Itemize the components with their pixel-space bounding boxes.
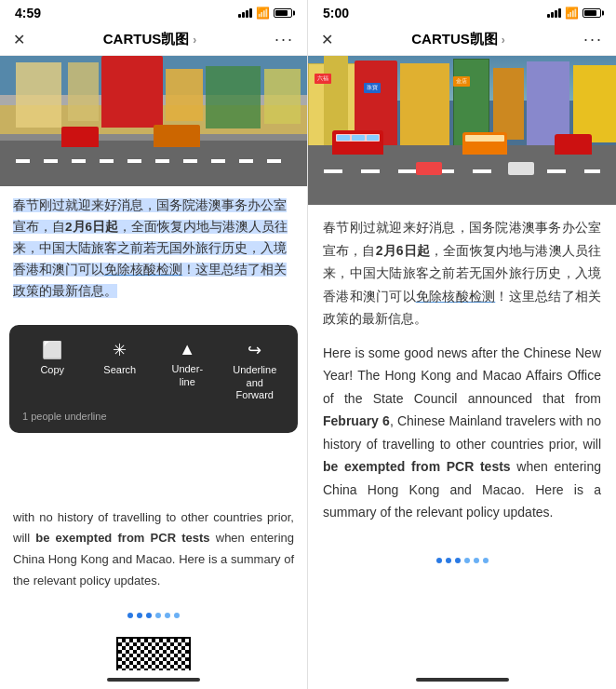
right-dot-4	[464, 558, 470, 563]
signal-bar-2	[242, 12, 245, 18]
right-en-paragraph: Here is some good news after the Chinese…	[323, 342, 601, 524]
signal-icon	[238, 8, 252, 18]
battery-fill	[275, 10, 288, 16]
menu-underline-forward-label: Underline and Forward	[228, 364, 281, 401]
right-signal-bar-4	[558, 8, 561, 18]
left-phone-panel: 4:59 📶 ✕ CARTUS凯图 › ···	[0, 0, 308, 689]
signal-bar-4	[249, 8, 252, 18]
signal-bar-3	[246, 10, 248, 18]
qr-code	[116, 637, 191, 670]
left-title-chevron: ›	[193, 34, 196, 47]
wifi-icon: 📶	[256, 7, 270, 20]
dot-1	[127, 613, 133, 618]
right-signal-icon	[547, 8, 561, 18]
dot-3	[146, 613, 152, 618]
left-home-bar	[107, 678, 200, 682]
menu-search-button[interactable]: ✳ Search	[89, 336, 150, 405]
right-battery-fill	[584, 10, 596, 16]
dot-5	[165, 613, 170, 618]
right-time: 5:00	[323, 6, 349, 20]
right-progress-dots	[308, 547, 616, 574]
left-time: 4:59	[15, 6, 41, 20]
underline-icon: ▲	[179, 340, 195, 359]
right-dot-3	[455, 558, 461, 563]
left-en-bold2: be exempted from PCR tests	[35, 531, 209, 545]
left-article-image	[0, 56, 307, 186]
left-home-indicator	[0, 670, 307, 689]
context-menu-row: ⬜ Copy ✳ Search ▲ Under-line ↪ Underline…	[9, 332, 298, 409]
left-close-button[interactable]: ✕	[13, 31, 25, 48]
left-more-button[interactable]: ···	[275, 30, 294, 49]
selected-text-cn: 春节刚过就迎来好消息，国务院港澳事务办公室宣布，自2月6日起，全面恢复内地与港澳…	[13, 198, 288, 298]
right-dot-5	[474, 558, 479, 563]
forward-icon: ↪	[248, 340, 261, 360]
right-signal-bar-1	[547, 14, 550, 18]
right-cn-paragraph: 春节刚过就迎来好消息，国务院港澳事务办公室宣布，自2月6日起，全面恢复内地与港澳…	[323, 216, 601, 331]
right-dot-2	[446, 558, 451, 563]
left-lower-content: with no history of travelling to other c…	[0, 498, 307, 601]
cn-date-bold: 2月6日起	[65, 220, 118, 234]
right-title-chevron: ›	[502, 34, 505, 47]
right-status-icons: 📶	[547, 7, 601, 20]
copy-icon: ⬜	[42, 340, 62, 360]
right-nav-bar: ✕ CARTUS凯图 › ···	[308, 24, 616, 56]
right-home-bar	[416, 678, 509, 682]
right-article-body: 春节刚过就迎来好消息，国务院港澳事务办公室宣布，自2月6日起，全面恢复内地与港澳…	[308, 205, 616, 547]
cn-underline-text: 免除核酸检测	[104, 263, 182, 277]
right-article-image: 六福 珠寶 金店	[308, 56, 616, 205]
context-menu: ⬜ Copy ✳ Search ▲ Under-line ↪ Underline…	[9, 325, 298, 433]
right-dot-1	[436, 558, 442, 563]
right-phone-panel: 5:00 📶 ✕ CARTUS凯图 › ···	[308, 0, 616, 689]
right-nav-title[interactable]: CARTUS凯图 ›	[411, 31, 505, 48]
left-qr-area	[0, 629, 307, 670]
menu-underline-label: Under-line	[171, 363, 203, 387]
left-nav-bar: ✕ CARTUS凯图 › ···	[0, 24, 307, 56]
right-home-indicator	[308, 670, 616, 689]
right-en-bold2: be exempted from PCR tests	[323, 459, 511, 474]
dot-6	[174, 613, 180, 618]
right-battery-icon	[583, 8, 601, 18]
left-title-text: CARTUS凯图	[103, 31, 190, 48]
left-content-area[interactable]: 春节刚过就迎来好消息，国务院港澳事务办公室宣布，自2月6日起，全面恢复内地与港澳…	[0, 56, 307, 670]
right-signal-bar-3	[555, 10, 557, 18]
left-cn-paragraph: 春节刚过就迎来好消息，国务院港澳事务办公室宣布，自2月6日起，全面恢复内地与港澳…	[13, 196, 294, 303]
right-cn-underline: 免除核酸检测	[416, 289, 496, 304]
underline-count-text: 1 people underline	[22, 411, 107, 422]
underline-count-bar: 1 people underline	[9, 409, 298, 426]
right-status-bar: 5:00 📶	[308, 0, 616, 24]
left-nav-title[interactable]: CARTUS凯图 ›	[103, 31, 197, 48]
right-content-area[interactable]: 六福 珠寶 金店	[308, 56, 616, 670]
dot-2	[137, 613, 142, 618]
right-wifi-icon: 📶	[565, 7, 579, 20]
menu-copy-label: Copy	[40, 364, 64, 376]
left-status-icons: 📶	[238, 7, 292, 20]
right-close-button[interactable]: ✕	[321, 31, 333, 48]
right-more-button[interactable]: ···	[583, 30, 603, 49]
right-cn-bold: 2月6日起	[376, 243, 430, 258]
right-signal-bar-2	[551, 12, 554, 18]
left-article-body: 春节刚过就迎来好消息，国务院港澳事务办公室宣布，自2月6日起，全面恢复内地与港澳…	[0, 186, 307, 312]
dot-4	[155, 613, 161, 618]
right-title-text: CARTUS凯图	[411, 31, 498, 48]
signal-bar-1	[238, 14, 241, 18]
menu-search-label: Search	[103, 364, 136, 376]
right-en-bold: February 6	[323, 413, 390, 428]
search-icon: ✳	[113, 340, 127, 360]
left-progress-dots	[0, 601, 307, 629]
left-status-bar: 4:59 📶	[0, 0, 307, 24]
right-dot-6	[483, 558, 489, 563]
menu-underline-button[interactable]: ▲ Under-line	[157, 336, 218, 405]
left-en-paragraph: with no history of travelling to other c…	[13, 507, 294, 592]
battery-icon	[274, 8, 292, 18]
menu-copy-button[interactable]: ⬜ Copy	[22, 336, 83, 405]
menu-underline-forward-button[interactable]: ↪ Underline and Forward	[224, 336, 285, 405]
